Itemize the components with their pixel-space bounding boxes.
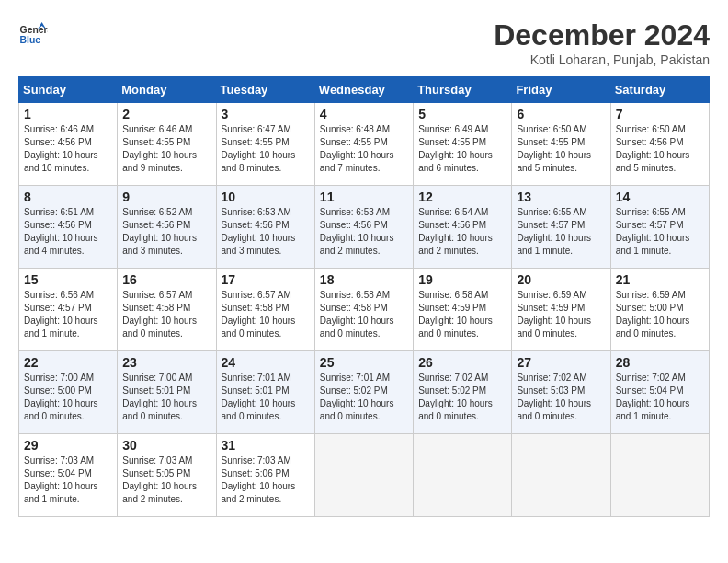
col-friday: Friday	[512, 77, 610, 103]
location: Kotli Loharan, Punjab, Pakistan	[494, 52, 710, 67]
logo: General Blue	[18, 18, 48, 48]
calendar-table: Sunday Monday Tuesday Wednesday Thursday…	[18, 76, 710, 517]
table-row: 16Sunrise: 6:57 AMSunset: 4:58 PMDayligh…	[118, 269, 216, 351]
week-row-2: 8Sunrise: 6:51 AMSunset: 4:56 PMDaylight…	[19, 186, 710, 269]
table-row: 20Sunrise: 6:59 AMSunset: 4:59 PMDayligh…	[512, 269, 610, 351]
col-sunday: Sunday	[19, 77, 118, 103]
table-row: 2Sunrise: 6:46 AMSunset: 4:55 PMDaylight…	[118, 103, 216, 186]
table-row: 13Sunrise: 6:55 AMSunset: 4:57 PMDayligh…	[512, 186, 610, 269]
page-header: General Blue December 2024 Kotli Loharan…	[18, 18, 710, 67]
table-row: 18Sunrise: 6:58 AMSunset: 4:58 PMDayligh…	[314, 269, 413, 351]
table-row: 3Sunrise: 6:47 AMSunset: 4:55 PMDaylight…	[216, 103, 314, 186]
table-row: 8Sunrise: 6:51 AMSunset: 4:56 PMDaylight…	[19, 186, 118, 269]
col-thursday: Thursday	[414, 77, 512, 103]
table-row: 4Sunrise: 6:48 AMSunset: 4:55 PMDaylight…	[314, 103, 413, 186]
table-row	[414, 434, 512, 517]
table-row: 15Sunrise: 6:56 AMSunset: 4:57 PMDayligh…	[19, 269, 118, 351]
logo-icon: General Blue	[18, 18, 48, 48]
table-row: 29Sunrise: 7:03 AMSunset: 5:04 PMDayligh…	[19, 434, 118, 517]
col-monday: Monday	[118, 77, 216, 103]
table-row: 24Sunrise: 7:01 AMSunset: 5:01 PMDayligh…	[216, 351, 314, 434]
table-row: 19Sunrise: 6:58 AMSunset: 4:59 PMDayligh…	[414, 269, 512, 351]
table-row: 11Sunrise: 6:53 AMSunset: 4:56 PMDayligh…	[314, 186, 413, 269]
table-row: 22Sunrise: 7:00 AMSunset: 5:00 PMDayligh…	[19, 351, 118, 434]
title-block: December 2024 Kotli Loharan, Punjab, Pak…	[494, 18, 710, 67]
table-row: 1Sunrise: 6:46 AMSunset: 4:56 PMDaylight…	[19, 103, 118, 186]
table-row: 10Sunrise: 6:53 AMSunset: 4:56 PMDayligh…	[216, 186, 314, 269]
col-saturday: Saturday	[610, 77, 709, 103]
table-row: 14Sunrise: 6:55 AMSunset: 4:57 PMDayligh…	[610, 186, 709, 269]
table-row: 6Sunrise: 6:50 AMSunset: 4:55 PMDaylight…	[512, 103, 610, 186]
table-row: 5Sunrise: 6:49 AMSunset: 4:55 PMDaylight…	[414, 103, 512, 186]
table-row: 31Sunrise: 7:03 AMSunset: 5:06 PMDayligh…	[216, 434, 314, 517]
col-wednesday: Wednesday	[314, 77, 413, 103]
table-row: 7Sunrise: 6:50 AMSunset: 4:56 PMDaylight…	[610, 103, 709, 186]
header-row: Sunday Monday Tuesday Wednesday Thursday…	[19, 77, 710, 103]
week-row-5: 29Sunrise: 7:03 AMSunset: 5:04 PMDayligh…	[19, 434, 710, 517]
table-row: 30Sunrise: 7:03 AMSunset: 5:05 PMDayligh…	[118, 434, 216, 517]
table-row: 17Sunrise: 6:57 AMSunset: 4:58 PMDayligh…	[216, 269, 314, 351]
table-row	[314, 434, 413, 517]
table-row: 9Sunrise: 6:52 AMSunset: 4:56 PMDaylight…	[118, 186, 216, 269]
table-row: 27Sunrise: 7:02 AMSunset: 5:03 PMDayligh…	[512, 351, 610, 434]
week-row-3: 15Sunrise: 6:56 AMSunset: 4:57 PMDayligh…	[19, 269, 710, 351]
table-row	[610, 434, 709, 517]
week-row-4: 22Sunrise: 7:00 AMSunset: 5:00 PMDayligh…	[19, 351, 710, 434]
week-row-1: 1Sunrise: 6:46 AMSunset: 4:56 PMDaylight…	[19, 103, 710, 186]
table-row: 21Sunrise: 6:59 AMSunset: 5:00 PMDayligh…	[610, 269, 709, 351]
table-row: 12Sunrise: 6:54 AMSunset: 4:56 PMDayligh…	[414, 186, 512, 269]
table-row: 26Sunrise: 7:02 AMSunset: 5:02 PMDayligh…	[414, 351, 512, 434]
month-title: December 2024	[494, 18, 710, 52]
table-row: 23Sunrise: 7:00 AMSunset: 5:01 PMDayligh…	[118, 351, 216, 434]
col-tuesday: Tuesday	[216, 77, 314, 103]
table-row: 25Sunrise: 7:01 AMSunset: 5:02 PMDayligh…	[314, 351, 413, 434]
table-row	[512, 434, 610, 517]
table-row: 28Sunrise: 7:02 AMSunset: 5:04 PMDayligh…	[610, 351, 709, 434]
svg-text:Blue: Blue	[20, 35, 41, 45]
